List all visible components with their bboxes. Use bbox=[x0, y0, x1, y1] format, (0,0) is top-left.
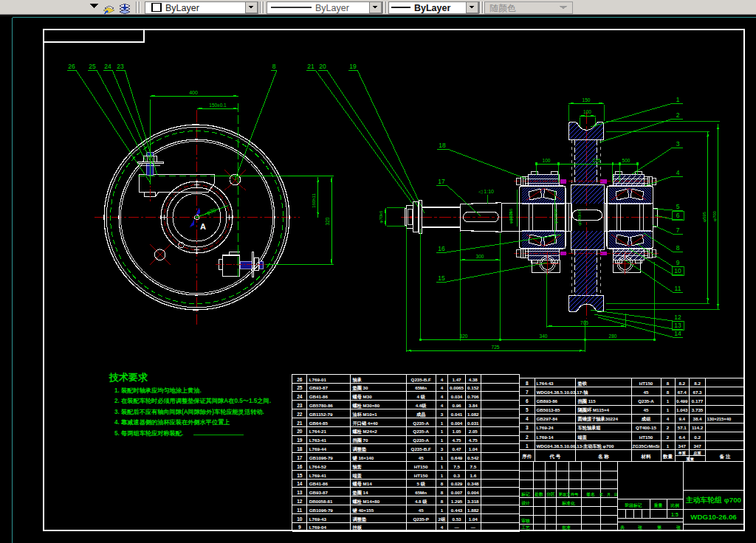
svg-text:3: 3 bbox=[441, 446, 444, 452]
svg-text:1.47: 1.47 bbox=[453, 377, 462, 382]
svg-text:1: 1 bbox=[667, 398, 670, 404]
svg-text:键 40×155: 键 40×155 bbox=[352, 508, 374, 513]
svg-text:设计: 设计 bbox=[520, 500, 530, 505]
svg-text:GB41-86: GB41-86 bbox=[309, 481, 329, 486]
svg-text:L764-52: L764-52 bbox=[309, 464, 327, 469]
svg-text:HT150: HT150 bbox=[414, 473, 428, 478]
svg-text:1. 装配时轴承应均匀地涂上黄油.: 1. 装配时轴承应均匀地涂上黄油. bbox=[114, 387, 202, 394]
svg-text:150±0.1: 150±0.1 bbox=[209, 103, 227, 108]
svg-text:隔圈环 M115×4: 隔圈环 M115×4 bbox=[578, 407, 610, 413]
svg-text:45: 45 bbox=[644, 407, 649, 412]
svg-text:0.007: 0.007 bbox=[451, 490, 463, 495]
svg-text:1: 1 bbox=[441, 455, 444, 460]
svg-text:17: 17 bbox=[438, 178, 445, 185]
svg-text:垫圈 30: 垫圈 30 bbox=[352, 385, 369, 391]
svg-text:2: 2 bbox=[526, 435, 529, 440]
svg-text:19: 19 bbox=[349, 63, 357, 70]
svg-text:20: 20 bbox=[297, 429, 303, 434]
svg-text:114.2: 114.2 bbox=[692, 425, 704, 430]
svg-text:1.04: 1.04 bbox=[469, 446, 478, 452]
svg-text:25: 25 bbox=[297, 385, 303, 390]
svg-text:批准: 批准 bbox=[561, 525, 571, 530]
svg-text:1: 1 bbox=[441, 464, 444, 469]
svg-text:L769-44: L769-44 bbox=[309, 446, 327, 452]
svg-text:更改文件号: 更改文件号 bbox=[559, 492, 580, 497]
svg-text:1: 1 bbox=[441, 508, 444, 513]
svg-text:45: 45 bbox=[419, 508, 424, 513]
svg-text:φ125: φ125 bbox=[509, 210, 513, 221]
svg-text:键 16×140: 键 16×140 bbox=[352, 455, 374, 461]
svg-text:挂板: 挂板 bbox=[352, 525, 362, 530]
svg-text:挡圈 115: 挡圈 115 bbox=[577, 398, 597, 404]
svg-text:GB5780-86: GB5780-86 bbox=[309, 403, 334, 408]
svg-text:螺栓 M30×80: 螺栓 M30×80 bbox=[352, 403, 380, 409]
svg-text:6: 6 bbox=[676, 212, 680, 219]
svg-text:4.38: 4.38 bbox=[469, 377, 478, 382]
svg-text:WDG10-26.06: WDG10-26.06 bbox=[690, 513, 737, 521]
svg-text:3.735: 3.735 bbox=[692, 407, 704, 412]
svg-text:代 号: 代 号 bbox=[549, 454, 560, 460]
svg-text:26: 26 bbox=[68, 63, 75, 70]
svg-text:标记: 标记 bbox=[520, 491, 530, 497]
svg-text:端盖: 端盖 bbox=[352, 473, 362, 479]
svg-text:ZG35CrMnSi: ZG35CrMnSi bbox=[632, 443, 659, 449]
svg-text:1: 1 bbox=[441, 429, 444, 434]
svg-text:L769-41: L769-41 bbox=[309, 473, 327, 478]
svg-text:10: 10 bbox=[297, 516, 303, 522]
svg-text:1: 1 bbox=[667, 407, 670, 412]
svg-text:130×215×40: 130×215×40 bbox=[707, 417, 732, 421]
svg-text:160h11: 160h11 bbox=[312, 193, 316, 208]
svg-text:Q235-B.F: Q235-B.F bbox=[411, 377, 431, 382]
svg-text:1:5: 1:5 bbox=[671, 512, 678, 517]
svg-text:4.6级: 4.6级 bbox=[416, 403, 427, 408]
svg-text:15: 15 bbox=[297, 473, 303, 478]
svg-text:GB1152-79: GB1152-79 bbox=[309, 412, 333, 417]
svg-text:18: 18 bbox=[439, 142, 446, 149]
svg-text:油杯 M10×1: 油杯 M10×1 bbox=[352, 412, 378, 418]
svg-text:25: 25 bbox=[89, 63, 96, 70]
svg-text:GB1096-79: GB1096-79 bbox=[309, 508, 334, 513]
svg-text:340: 340 bbox=[540, 333, 548, 339]
svg-text:1.082: 1.082 bbox=[467, 412, 479, 417]
svg-text:Q235-P: Q235-P bbox=[413, 516, 428, 522]
svg-text:0.034: 0.034 bbox=[451, 394, 463, 399]
svg-text:φ595: φ595 bbox=[702, 211, 707, 222]
svg-text:320: 320 bbox=[325, 217, 330, 225]
svg-text:6: 6 bbox=[526, 398, 529, 404]
svg-text:320: 320 bbox=[460, 333, 468, 339]
svg-text:21: 21 bbox=[307, 63, 315, 70]
svg-text:螺栓 M24×2: 螺栓 M24×2 bbox=[352, 429, 378, 435]
svg-text:圆锥滚子轴承30224: 圆锥滚子轴承30224 bbox=[578, 416, 619, 422]
svg-text:ByLayer: ByLayer bbox=[315, 3, 349, 13]
svg-text:数量: 数量 bbox=[662, 454, 673, 460]
svg-text:57.1: 57.1 bbox=[678, 425, 687, 430]
svg-text:0.177: 0.177 bbox=[692, 398, 704, 404]
svg-text:工艺: 工艺 bbox=[520, 525, 530, 530]
svg-text:序件: 序件 bbox=[521, 454, 532, 460]
svg-text:A: A bbox=[200, 222, 206, 231]
svg-text:开口销 4×40: 开口销 4×40 bbox=[352, 421, 379, 426]
svg-text:φ70k6: φ70k6 bbox=[379, 210, 383, 224]
svg-text:◁ 1:10: ◁ 1:10 bbox=[478, 189, 494, 194]
svg-text:2: 2 bbox=[667, 435, 670, 440]
svg-text:总重: 总重 bbox=[693, 451, 701, 456]
svg-text:单重: 单重 bbox=[678, 451, 687, 455]
svg-text:5: 5 bbox=[526, 407, 529, 412]
svg-text:19: 19 bbox=[297, 437, 303, 443]
svg-text:6.4: 6.4 bbox=[678, 435, 685, 440]
svg-text:端盖: 端盖 bbox=[577, 435, 588, 440]
svg-text:26: 26 bbox=[297, 377, 303, 382]
svg-text:2: 2 bbox=[676, 111, 680, 119]
svg-text:3: 3 bbox=[441, 412, 444, 417]
svg-text:重量: 重量 bbox=[686, 457, 695, 461]
svg-text:3: 3 bbox=[676, 140, 680, 148]
svg-text:150: 150 bbox=[583, 97, 591, 103]
svg-text:GB93-87: GB93-87 bbox=[309, 490, 329, 495]
svg-text:24: 24 bbox=[104, 63, 111, 70]
svg-text:GB297-84: GB297-84 bbox=[537, 416, 558, 421]
svg-text:分区: 分区 bbox=[546, 491, 555, 497]
svg-text:轴承: 轴承 bbox=[352, 377, 362, 383]
svg-text:65Mn: 65Mn bbox=[415, 490, 427, 495]
svg-text:名 称: 名 称 bbox=[597, 454, 609, 460]
svg-text:3. 装配后不应有轴向间隙(A间隙除外)车轮应能灵活转动.: 3. 装配后不应有轴向间隙(A间隙除外)车轮应能灵活转动. bbox=[114, 408, 264, 415]
